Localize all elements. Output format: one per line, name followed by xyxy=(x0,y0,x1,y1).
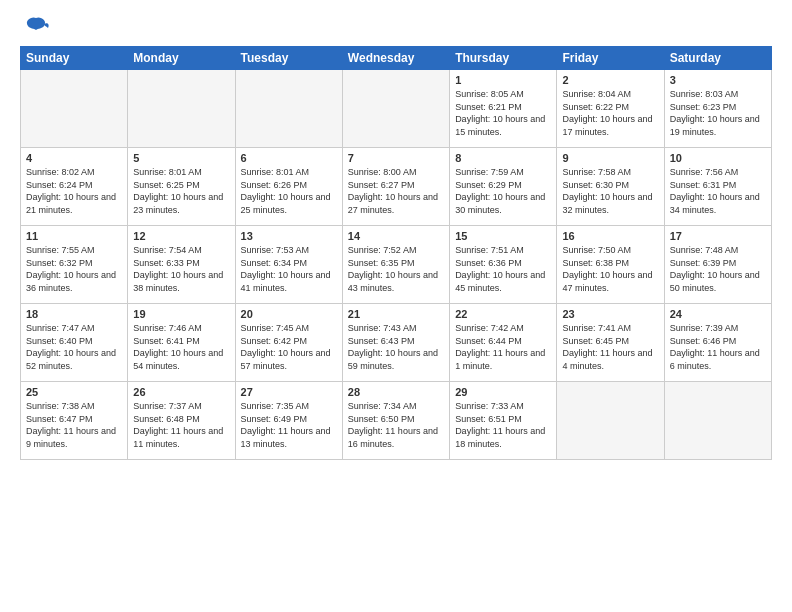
table-row: 5Sunrise: 8:01 AMSunset: 6:25 PMDaylight… xyxy=(128,148,235,226)
calendar-week-row: 25Sunrise: 7:38 AMSunset: 6:47 PMDayligh… xyxy=(21,382,772,460)
col-friday: Friday xyxy=(557,47,664,70)
day-number: 2 xyxy=(562,74,658,86)
table-row: 17Sunrise: 7:48 AMSunset: 6:39 PMDayligh… xyxy=(664,226,771,304)
day-cell-content: Sunrise: 7:52 AMSunset: 6:35 PMDaylight:… xyxy=(348,244,444,294)
table-row xyxy=(235,70,342,148)
day-number: 20 xyxy=(241,308,337,320)
table-row: 19Sunrise: 7:46 AMSunset: 6:41 PMDayligh… xyxy=(128,304,235,382)
calendar-table: Sunday Monday Tuesday Wednesday Thursday… xyxy=(20,46,772,460)
day-number: 12 xyxy=(133,230,229,242)
day-number: 10 xyxy=(670,152,766,164)
day-number: 5 xyxy=(133,152,229,164)
day-cell-content: Sunrise: 7:41 AMSunset: 6:45 PMDaylight:… xyxy=(562,322,658,372)
day-number: 15 xyxy=(455,230,551,242)
calendar-week-row: 11Sunrise: 7:55 AMSunset: 6:32 PMDayligh… xyxy=(21,226,772,304)
day-cell-content: Sunrise: 8:02 AMSunset: 6:24 PMDaylight:… xyxy=(26,166,122,216)
day-number: 11 xyxy=(26,230,122,242)
calendar-week-row: 4Sunrise: 8:02 AMSunset: 6:24 PMDaylight… xyxy=(21,148,772,226)
day-cell-content: Sunrise: 8:01 AMSunset: 6:25 PMDaylight:… xyxy=(133,166,229,216)
calendar-week-row: 18Sunrise: 7:47 AMSunset: 6:40 PMDayligh… xyxy=(21,304,772,382)
day-cell-content: Sunrise: 7:34 AMSunset: 6:50 PMDaylight:… xyxy=(348,400,444,450)
day-number: 7 xyxy=(348,152,444,164)
day-number: 6 xyxy=(241,152,337,164)
table-row: 13Sunrise: 7:53 AMSunset: 6:34 PMDayligh… xyxy=(235,226,342,304)
day-number: 1 xyxy=(455,74,551,86)
col-tuesday: Tuesday xyxy=(235,47,342,70)
day-cell-content: Sunrise: 7:39 AMSunset: 6:46 PMDaylight:… xyxy=(670,322,766,372)
col-saturday: Saturday xyxy=(664,47,771,70)
day-number: 14 xyxy=(348,230,444,242)
table-row: 8Sunrise: 7:59 AMSunset: 6:29 PMDaylight… xyxy=(450,148,557,226)
day-cell-content: Sunrise: 7:48 AMSunset: 6:39 PMDaylight:… xyxy=(670,244,766,294)
logo xyxy=(20,16,50,38)
col-thursday: Thursday xyxy=(450,47,557,70)
day-cell-content: Sunrise: 8:01 AMSunset: 6:26 PMDaylight:… xyxy=(241,166,337,216)
day-cell-content: Sunrise: 7:45 AMSunset: 6:42 PMDaylight:… xyxy=(241,322,337,372)
day-number: 27 xyxy=(241,386,337,398)
day-cell-content: Sunrise: 7:47 AMSunset: 6:40 PMDaylight:… xyxy=(26,322,122,372)
calendar-week-row: 1Sunrise: 8:05 AMSunset: 6:21 PMDaylight… xyxy=(21,70,772,148)
day-cell-content: Sunrise: 8:05 AMSunset: 6:21 PMDaylight:… xyxy=(455,88,551,138)
table-row xyxy=(128,70,235,148)
table-row: 16Sunrise: 7:50 AMSunset: 6:38 PMDayligh… xyxy=(557,226,664,304)
table-row: 10Sunrise: 7:56 AMSunset: 6:31 PMDayligh… xyxy=(664,148,771,226)
day-number: 18 xyxy=(26,308,122,320)
day-number: 23 xyxy=(562,308,658,320)
day-number: 28 xyxy=(348,386,444,398)
day-number: 26 xyxy=(133,386,229,398)
day-cell-content: Sunrise: 8:03 AMSunset: 6:23 PMDaylight:… xyxy=(670,88,766,138)
day-cell-content: Sunrise: 7:50 AMSunset: 6:38 PMDaylight:… xyxy=(562,244,658,294)
table-row: 9Sunrise: 7:58 AMSunset: 6:30 PMDaylight… xyxy=(557,148,664,226)
day-number: 13 xyxy=(241,230,337,242)
page: Sunday Monday Tuesday Wednesday Thursday… xyxy=(0,0,792,612)
col-wednesday: Wednesday xyxy=(342,47,449,70)
day-cell-content: Sunrise: 7:42 AMSunset: 6:44 PMDaylight:… xyxy=(455,322,551,372)
table-row: 26Sunrise: 7:37 AMSunset: 6:48 PMDayligh… xyxy=(128,382,235,460)
table-row xyxy=(664,382,771,460)
day-number: 17 xyxy=(670,230,766,242)
day-cell-content: Sunrise: 7:33 AMSunset: 6:51 PMDaylight:… xyxy=(455,400,551,450)
day-cell-content: Sunrise: 7:54 AMSunset: 6:33 PMDaylight:… xyxy=(133,244,229,294)
day-cell-content: Sunrise: 7:35 AMSunset: 6:49 PMDaylight:… xyxy=(241,400,337,450)
table-row: 7Sunrise: 8:00 AMSunset: 6:27 PMDaylight… xyxy=(342,148,449,226)
day-number: 21 xyxy=(348,308,444,320)
day-number: 19 xyxy=(133,308,229,320)
table-row: 12Sunrise: 7:54 AMSunset: 6:33 PMDayligh… xyxy=(128,226,235,304)
table-row: 6Sunrise: 8:01 AMSunset: 6:26 PMDaylight… xyxy=(235,148,342,226)
day-number: 8 xyxy=(455,152,551,164)
table-row: 21Sunrise: 7:43 AMSunset: 6:43 PMDayligh… xyxy=(342,304,449,382)
table-row: 1Sunrise: 8:05 AMSunset: 6:21 PMDaylight… xyxy=(450,70,557,148)
table-row: 20Sunrise: 7:45 AMSunset: 6:42 PMDayligh… xyxy=(235,304,342,382)
table-row: 18Sunrise: 7:47 AMSunset: 6:40 PMDayligh… xyxy=(21,304,128,382)
table-row: 11Sunrise: 7:55 AMSunset: 6:32 PMDayligh… xyxy=(21,226,128,304)
table-row: 4Sunrise: 8:02 AMSunset: 6:24 PMDaylight… xyxy=(21,148,128,226)
day-number: 22 xyxy=(455,308,551,320)
day-cell-content: Sunrise: 7:58 AMSunset: 6:30 PMDaylight:… xyxy=(562,166,658,216)
table-row: 24Sunrise: 7:39 AMSunset: 6:46 PMDayligh… xyxy=(664,304,771,382)
calendar-header-row: Sunday Monday Tuesday Wednesday Thursday… xyxy=(21,47,772,70)
day-cell-content: Sunrise: 7:59 AMSunset: 6:29 PMDaylight:… xyxy=(455,166,551,216)
col-monday: Monday xyxy=(128,47,235,70)
table-row: 23Sunrise: 7:41 AMSunset: 6:45 PMDayligh… xyxy=(557,304,664,382)
day-number: 25 xyxy=(26,386,122,398)
table-row: 25Sunrise: 7:38 AMSunset: 6:47 PMDayligh… xyxy=(21,382,128,460)
day-cell-content: Sunrise: 7:43 AMSunset: 6:43 PMDaylight:… xyxy=(348,322,444,372)
table-row: 28Sunrise: 7:34 AMSunset: 6:50 PMDayligh… xyxy=(342,382,449,460)
table-row: 2Sunrise: 8:04 AMSunset: 6:22 PMDaylight… xyxy=(557,70,664,148)
table-row: 22Sunrise: 7:42 AMSunset: 6:44 PMDayligh… xyxy=(450,304,557,382)
day-cell-content: Sunrise: 7:38 AMSunset: 6:47 PMDaylight:… xyxy=(26,400,122,450)
table-row xyxy=(557,382,664,460)
day-number: 29 xyxy=(455,386,551,398)
day-number: 4 xyxy=(26,152,122,164)
day-cell-content: Sunrise: 7:56 AMSunset: 6:31 PMDaylight:… xyxy=(670,166,766,216)
day-number: 3 xyxy=(670,74,766,86)
day-cell-content: Sunrise: 7:53 AMSunset: 6:34 PMDaylight:… xyxy=(241,244,337,294)
logo-bird-icon xyxy=(22,14,50,42)
day-cell-content: Sunrise: 7:51 AMSunset: 6:36 PMDaylight:… xyxy=(455,244,551,294)
day-cell-content: Sunrise: 7:37 AMSunset: 6:48 PMDaylight:… xyxy=(133,400,229,450)
day-number: 9 xyxy=(562,152,658,164)
table-row xyxy=(21,70,128,148)
table-row: 3Sunrise: 8:03 AMSunset: 6:23 PMDaylight… xyxy=(664,70,771,148)
table-row: 27Sunrise: 7:35 AMSunset: 6:49 PMDayligh… xyxy=(235,382,342,460)
day-cell-content: Sunrise: 8:04 AMSunset: 6:22 PMDaylight:… xyxy=(562,88,658,138)
